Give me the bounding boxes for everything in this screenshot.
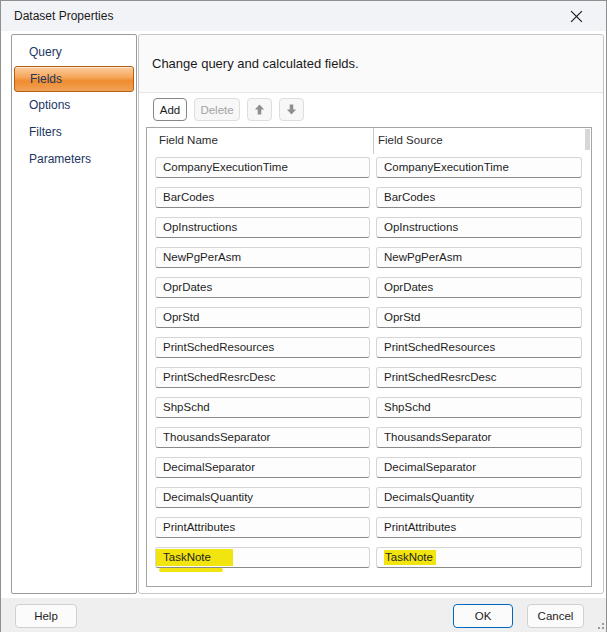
- field-value: PrintAttributes: [163, 521, 235, 533]
- sidebar-item-filters[interactable]: Filters: [12, 119, 136, 146]
- table-row: OprDatesOprDates: [147, 277, 591, 298]
- field-value: DecimalSeparator: [384, 461, 476, 473]
- field-value: PrintSchedResrcDesc: [163, 371, 275, 383]
- field-name-input[interactable]: CompanyExecutionTime: [155, 157, 370, 178]
- close-icon: [570, 10, 583, 23]
- table-row: NewPgPerAsmNewPgPerAsm: [147, 247, 591, 268]
- page-heading: Change query and calculated fields.: [152, 56, 359, 71]
- scrollbar[interactable]: [585, 129, 590, 150]
- sidebar: QueryFieldsOptionsFiltersParameters: [11, 34, 137, 594]
- field-name-input[interactable]: DecimalsQuantity: [155, 487, 370, 508]
- table-row: TaskNoteTaskNote: [147, 547, 591, 568]
- field-source-input[interactable]: ThousandsSeparator: [376, 427, 582, 448]
- table-header: Field Name Field Source: [147, 128, 591, 155]
- field-value: CompanyExecutionTime: [163, 161, 288, 173]
- close-button[interactable]: [556, 1, 596, 31]
- field-name-input[interactable]: OprDates: [155, 277, 370, 298]
- field-name-input[interactable]: PrintAttributes: [155, 517, 370, 538]
- down-arrow-icon: [286, 104, 297, 115]
- field-value: OpInstructions: [384, 221, 458, 233]
- field-value: TaskNote: [384, 550, 436, 565]
- field-value: OprStd: [163, 311, 199, 323]
- table-row: PrintSchedResrcDescPrintSchedResrcDesc: [147, 367, 591, 388]
- field-name-input[interactable]: BarCodes: [155, 187, 370, 208]
- field-name-input[interactable]: DecimalSeparator: [155, 457, 370, 478]
- sidebar-item-options[interactable]: Options: [12, 92, 136, 119]
- field-value: DecimalsQuantity: [163, 491, 253, 503]
- main-panel: Change query and calculated fields. Add …: [138, 34, 604, 594]
- field-value: PrintSchedResrcDesc: [384, 371, 496, 383]
- table-row: ThousandsSeparatorThousandsSeparator: [147, 427, 591, 448]
- field-name-input[interactable]: OprStd: [155, 307, 370, 328]
- field-source-input[interactable]: DecimalsQuantity: [376, 487, 582, 508]
- table-row: PrintAttributesPrintAttributes: [147, 517, 591, 538]
- field-source-input[interactable]: CompanyExecutionTime: [376, 157, 582, 178]
- field-source-input[interactable]: NewPgPerAsm: [376, 247, 582, 268]
- field-value: DecimalsQuantity: [384, 491, 474, 503]
- field-source-input[interactable]: PrintSchedResrcDesc: [376, 367, 582, 388]
- field-name-input[interactable]: TaskNote: [155, 547, 370, 568]
- field-name-input[interactable]: ShpSchd: [155, 397, 370, 418]
- table-row: OprStdOprStd: [147, 307, 591, 328]
- highlight-annotation: [159, 568, 223, 572]
- add-button[interactable]: Add: [153, 98, 187, 121]
- field-value: CompanyExecutionTime: [384, 161, 509, 173]
- field-rows: CompanyExecutionTimeCompanyExecutionTime…: [147, 157, 591, 577]
- field-value: PrintSchedResources: [163, 341, 274, 353]
- field-source-input[interactable]: TaskNote: [376, 547, 582, 568]
- field-value: OpInstructions: [163, 221, 237, 233]
- table-row: DecimalSeparatorDecimalSeparator: [147, 457, 591, 478]
- column-header-field-name: Field Name: [159, 134, 218, 146]
- table-row: ShpSchdShpSchd: [147, 397, 591, 418]
- field-value: ThousandsSeparator: [384, 431, 491, 443]
- move-up-button[interactable]: [247, 98, 272, 121]
- field-value: BarCodes: [163, 191, 214, 203]
- field-value: DecimalSeparator: [163, 461, 255, 473]
- field-value: OprDates: [384, 281, 433, 293]
- field-name-input[interactable]: PrintSchedResources: [155, 337, 370, 358]
- table-row: CompanyExecutionTimeCompanyExecutionTime: [147, 157, 591, 178]
- table-row: PrintSchedResourcesPrintSchedResources: [147, 337, 591, 358]
- table-row: DecimalsQuantityDecimalsQuantity: [147, 487, 591, 508]
- field-name-input[interactable]: PrintSchedResrcDesc: [155, 367, 370, 388]
- field-source-input[interactable]: OpInstructions: [376, 217, 582, 238]
- heading-band: Change query and calculated fields.: [139, 35, 603, 93]
- column-separator: [373, 128, 374, 154]
- field-value: OprStd: [384, 311, 420, 323]
- ok-button[interactable]: OK: [453, 604, 513, 628]
- field-source-input[interactable]: OprStd: [376, 307, 582, 328]
- sidebar-item-parameters[interactable]: Parameters: [12, 146, 136, 173]
- field-value: PrintSchedResources: [384, 341, 495, 353]
- fields-table: Field Name Field Source CompanyExecution…: [146, 127, 592, 587]
- move-down-button[interactable]: [279, 98, 304, 121]
- field-value: OprDates: [163, 281, 212, 293]
- field-value: PrintAttributes: [384, 521, 456, 533]
- titlebar: Dataset Properties: [1, 1, 606, 31]
- table-row: OpInstructionsOpInstructions: [147, 217, 591, 238]
- delete-button[interactable]: Delete: [194, 98, 240, 121]
- field-source-input[interactable]: ShpSchd: [376, 397, 582, 418]
- resize-grip-icon[interactable]: [596, 621, 604, 629]
- field-name-input[interactable]: ThousandsSeparator: [155, 427, 370, 448]
- up-arrow-icon: [254, 104, 265, 115]
- field-value: ThousandsSeparator: [163, 431, 270, 443]
- field-source-input[interactable]: PrintAttributes: [376, 517, 582, 538]
- field-source-input[interactable]: DecimalSeparator: [376, 457, 582, 478]
- sidebar-item-query[interactable]: Query: [12, 39, 136, 66]
- fields-toolbar: Add Delete: [153, 98, 304, 121]
- field-name-input[interactable]: NewPgPerAsm: [155, 247, 370, 268]
- dataset-properties-dialog: Dataset Properties QueryFieldsOptionsFil…: [0, 0, 607, 632]
- field-source-input[interactable]: PrintSchedResources: [376, 337, 582, 358]
- dialog-title: Dataset Properties: [14, 9, 113, 23]
- column-header-field-source: Field Source: [378, 134, 443, 146]
- field-value: TaskNote: [163, 551, 211, 563]
- sidebar-item-fields[interactable]: Fields: [14, 66, 134, 92]
- field-source-input[interactable]: OprDates: [376, 277, 582, 298]
- field-value: BarCodes: [384, 191, 435, 203]
- field-value: ShpSchd: [384, 401, 431, 413]
- cancel-button[interactable]: Cancel: [527, 604, 584, 628]
- field-name-input[interactable]: OpInstructions: [155, 217, 370, 238]
- field-source-input[interactable]: BarCodes: [376, 187, 582, 208]
- field-value: NewPgPerAsm: [384, 251, 462, 263]
- help-button[interactable]: Help: [15, 604, 77, 628]
